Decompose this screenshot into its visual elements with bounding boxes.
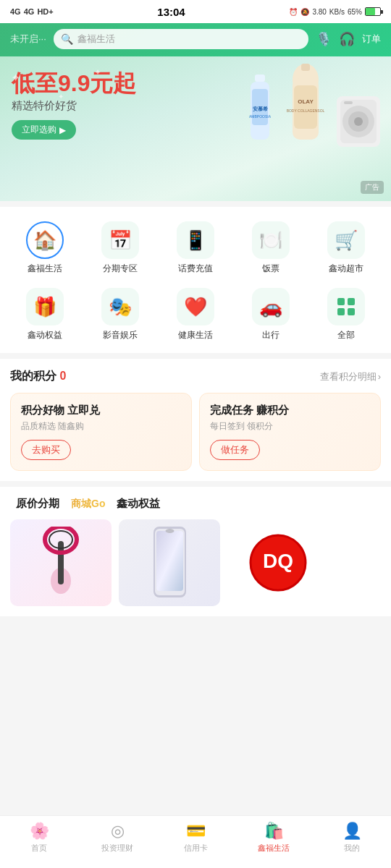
order-button[interactable]: 订单 [362, 33, 381, 46]
nav-home[interactable]: 🌸 首页 [0, 822, 78, 854]
sparkle3: ✦ [94, 67, 101, 77]
grid-icon [336, 297, 356, 317]
category-topup[interactable]: 📱 话费充值 [158, 217, 233, 279]
chevron-right-icon: › [378, 371, 381, 382]
card1-btn[interactable]: 去购买 [21, 440, 71, 460]
battery-icon [365, 7, 381, 16]
data-unit: KB/s [329, 8, 345, 16]
category-section: 🏠 鑫福生活 📅 分期专区 📱 话费充值 🍽️ 饭票 🛒 鑫 [0, 207, 391, 353]
svg-rect-10 [301, 64, 310, 71]
points-cards: 积分好物 立即兑 品质精选 随鑫购 去购买 完成任务 赚积分 每日签到 领积分 … [10, 393, 381, 471]
nav-xinfu[interactable]: 🛍️ 鑫福生活 [235, 822, 313, 854]
signal1: 4G [10, 7, 21, 16]
food-icon-wrapper: 🍽️ [252, 221, 290, 259]
points-card-earn: 完成任务 赚积分 每日签到 领积分 做任务 [199, 393, 381, 471]
mine-nav-label: 我的 [344, 843, 360, 854]
product-dq[interactable]: DQ [227, 519, 329, 606]
cart-icon: 🛒 [335, 229, 358, 252]
category-installment[interactable]: 📅 分期专区 [83, 217, 158, 279]
tab-mall[interactable]: 商城Go [65, 498, 111, 511]
svg-rect-16 [344, 101, 353, 104]
search-text: 鑫福生活 [77, 33, 115, 46]
signal-info: 4G 4G HD+ [10, 7, 54, 16]
points-header: 我的积分 0 查看积分明细 › [10, 369, 381, 384]
svg-point-15 [354, 117, 363, 126]
product-phone[interactable] [119, 519, 220, 606]
svg-rect-27 [156, 531, 183, 591]
phone-img [119, 519, 220, 606]
travel-label: 出行 [262, 329, 279, 341]
olay-product: OLAY BODY COLLAGENSOL [284, 64, 327, 158]
phone-icon: 📱 [184, 229, 207, 252]
card1-title: 积分好物 立即兑 [21, 404, 181, 417]
speaker-svg [333, 93, 384, 150]
credit-nav-label: 信用卡 [184, 843, 208, 854]
tab-rights[interactable]: 鑫动权益 [111, 497, 166, 511]
svg-text:BODY COLLAGENSOL: BODY COLLAGENSOL [287, 109, 325, 113]
xinfu-nav-label: 鑫福生活 [258, 843, 290, 854]
tab-installment[interactable]: 原价分期 [10, 497, 65, 511]
category-grid-row1: 🏠 鑫福生活 📅 分期专区 📱 话费充值 🍽️ 饭票 🛒 鑫 [7, 217, 384, 346]
clock: 13:04 [157, 6, 185, 18]
battery-fill [366, 8, 375, 15]
points-title: 我的积分 [10, 370, 56, 382]
category-travel[interactable]: 🚗 出行 [233, 284, 308, 346]
food-label: 饭票 [262, 263, 279, 275]
card2-btn[interactable]: 做任务 [210, 440, 260, 460]
calendar-icon: 📅 [109, 229, 132, 252]
nav-credit[interactable]: 💳 信用卡 [156, 822, 235, 854]
nav-mine[interactable]: 👤 我的 [313, 822, 391, 854]
category-entertainment[interactable]: 🎭 影音娱乐 [83, 284, 158, 346]
product-dyson[interactable] [10, 519, 112, 606]
svg-text:DQ: DQ [263, 550, 293, 572]
points-detail-link[interactable]: 查看积分明细 › [320, 370, 381, 383]
points-detail-label: 查看积分明细 [320, 370, 377, 383]
svg-text:AMBPOOSIA: AMBPOOSIA [249, 114, 272, 119]
health-label: 健康生活 [178, 329, 213, 341]
svg-text:安慕希: 安慕希 [252, 106, 268, 111]
rights-icon-wrapper: 🎁 [26, 288, 64, 326]
status-right: ⏰ 🔕 3.80 KB/s 65% [289, 7, 381, 16]
products-row: DQ [10, 519, 381, 616]
category-all[interactable]: 全部 [308, 284, 384, 346]
home-nav-label: 首页 [31, 843, 47, 854]
mic-icon[interactable]: 🎙️ [316, 31, 332, 47]
category-health[interactable]: ❤️ 健康生活 [158, 284, 233, 346]
category-food[interactable]: 🍽️ 饭票 [233, 217, 308, 279]
phone-svg [150, 525, 190, 601]
mine-nav-icon: 👤 [342, 822, 362, 841]
installment-icon-wrapper: 📅 [101, 221, 139, 259]
invest-nav-icon: ◎ [111, 822, 125, 841]
banner-products: 安慕希 AMBPOOSIA OLAY BODY COLLAGENSOL [242, 64, 384, 158]
signal2: 4G [24, 7, 35, 16]
card2-subtitle: 每日签到 领积分 [210, 420, 370, 433]
category-supermarket[interactable]: 🛒 鑫动超市 [308, 217, 384, 279]
tabs-header: 原价分期 商城Go 鑫动权益 [10, 497, 381, 511]
search-bar[interactable]: 🔍 鑫福生活 [54, 29, 308, 49]
category-rights[interactable]: 🎁 鑫动权益 [7, 284, 83, 346]
points-title-wrapper: 我的积分 0 [10, 369, 66, 384]
data-speed: 3.80 [312, 8, 326, 16]
banner-price-text: 低至9.9元起 [12, 70, 136, 96]
nav-left-text: 未开启··· [10, 33, 46, 46]
nav-invest[interactable]: ◎ 投资理财 [78, 822, 156, 854]
film-icon: 🎭 [109, 296, 132, 318]
speaker-product [333, 93, 384, 150]
headphone-icon[interactable]: 🎧 [339, 31, 355, 47]
svg-rect-17 [337, 298, 345, 305]
supermarket-label: 鑫动超市 [329, 263, 363, 275]
hd-label: HD+ [37, 7, 53, 16]
play-icon: ▶ [59, 125, 66, 135]
bottom-nav: 🌸 首页 ◎ 投资理财 💳 信用卡 🛍️ 鑫福生活 👤 我的 [0, 815, 391, 868]
travel-icon-wrapper: 🚗 [252, 288, 290, 326]
search-icon: 🔍 [61, 33, 73, 45]
xinfu-label: 鑫福生活 [28, 263, 62, 275]
svg-text:OLAY: OLAY [298, 98, 314, 105]
svg-rect-7 [294, 85, 317, 129]
banner: ✦ ✦ ✦ 低至9.9元起 精选特价好货 立即选购 ▶ 安慕希 AMBPOOSI… [0, 56, 391, 201]
top-nav: 未开启··· 🔍 鑫福生活 🎙️ 🎧 订单 [0, 23, 391, 56]
banner-cta-button[interactable]: 立即选购 ▶ [12, 120, 76, 140]
category-xinfu[interactable]: 🏠 鑫福生活 [7, 217, 83, 279]
battery-percent: 65% [348, 8, 362, 16]
anmuxi-svg: 安慕希 AMBPOOSIA [242, 75, 278, 158]
